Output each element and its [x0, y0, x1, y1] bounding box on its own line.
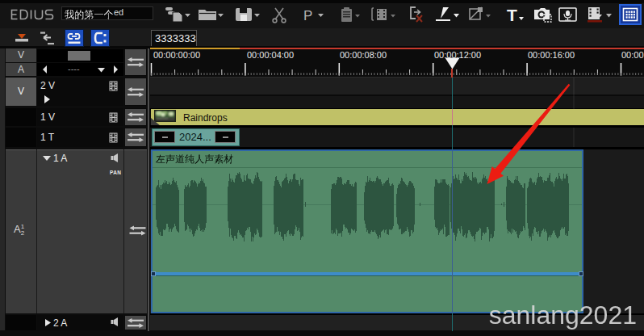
svg-text:P: P	[303, 8, 312, 23]
svg-text:T: T	[507, 6, 517, 24]
svg-text:----: ----	[68, 64, 80, 74]
